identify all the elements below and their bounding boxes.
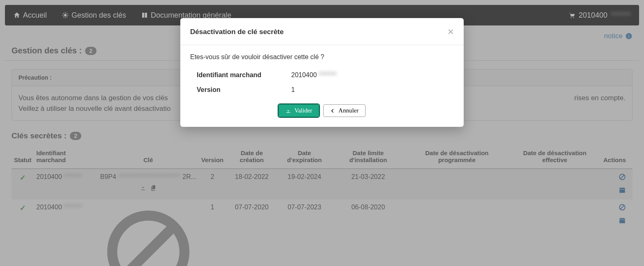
deactivation-modal: Désactivation de clé secrète × Etes-vous… bbox=[180, 18, 464, 127]
modal-merchant-prefix: 2010400 bbox=[291, 71, 317, 78]
modal-label-merchant: Identifiant marchand bbox=[197, 71, 291, 79]
validate-label: Valider bbox=[294, 107, 312, 114]
modal-question: Etes-vous sûr de vouloir désactiver cett… bbox=[190, 53, 454, 61]
validate-button[interactable]: Valider bbox=[278, 104, 319, 117]
modal-version-value: 1 bbox=[291, 86, 295, 94]
download-icon bbox=[285, 108, 291, 114]
modal-label-version: Version bbox=[197, 86, 291, 94]
cancel-button[interactable]: Annuler bbox=[323, 104, 366, 117]
chevron-left-icon bbox=[330, 108, 335, 113]
close-icon[interactable]: × bbox=[448, 25, 454, 38]
modal-title: Désactivation de clé secrète bbox=[190, 28, 284, 36]
cancel-label: Annuler bbox=[338, 107, 359, 114]
modal-merchant-hidden: ******* bbox=[319, 71, 337, 78]
